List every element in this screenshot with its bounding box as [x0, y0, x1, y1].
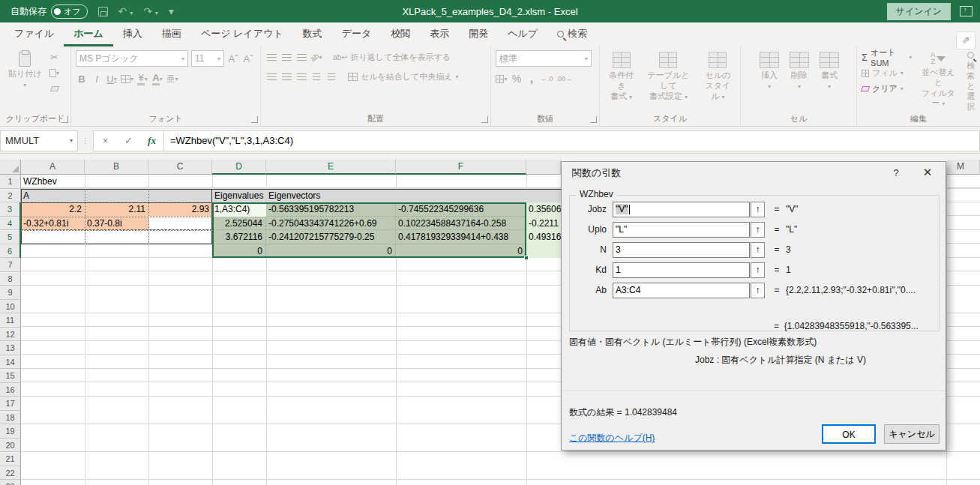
font-size-combo[interactable]: 11▾ — [191, 50, 224, 67]
cell-G4[interactable]: -0.2211 — [526, 217, 561, 231]
cell-D4[interactable]: 2.525044 — [212, 217, 266, 231]
align-left-button[interactable] — [265, 70, 277, 84]
column-header-e[interactable]: E — [266, 160, 396, 175]
clipboard-dialog-launcher-icon[interactable] — [61, 116, 68, 123]
cell-D3-editing[interactable]: 1,A3:C4) — [212, 202, 266, 217]
select-all-corner[interactable] — [0, 160, 21, 175]
row-header-9[interactable]: 9 — [0, 286, 21, 300]
cell-D2[interactable]: Eigenvalues — [212, 189, 266, 203]
cell-B4[interactable]: 0.37-0.8i — [85, 217, 148, 231]
font-dialog-launcher-icon[interactable] — [251, 116, 258, 123]
undo-dropdown-icon[interactable]: ▾ — [130, 10, 133, 16]
number-format-combo[interactable]: 標準▾ — [496, 50, 592, 67]
column-header-g[interactable] — [526, 160, 561, 175]
orientation-button[interactable]: ab▾ — [310, 51, 322, 64]
cancel-entry-button[interactable]: × — [94, 135, 117, 146]
cell-D6[interactable]: 0 — [212, 244, 266, 259]
underline-button[interactable]: U▾ — [106, 72, 118, 85]
cell-A3[interactable]: 2.2 — [21, 202, 85, 217]
row-header-22[interactable]: 22 — [0, 466, 21, 481]
row-header-23[interactable]: 23 — [0, 480, 21, 485]
tab-file[interactable]: ファイル — [4, 22, 64, 46]
insert-function-button[interactable]: fx — [140, 135, 163, 147]
find-select-button[interactable]: 検索と選択 — [964, 50, 977, 114]
tab-help[interactable]: ヘルプ — [498, 22, 547, 46]
tab-review[interactable]: 校閲 — [381, 22, 420, 46]
ruby-button[interactable]: 亜▾ — [166, 72, 178, 85]
row-header-8[interactable]: 8 — [0, 272, 21, 286]
align-middle-button[interactable] — [280, 51, 292, 64]
autosave-toggle[interactable]: 自動保存 オフ — [10, 4, 88, 19]
cell-B3[interactable]: 2.11 — [85, 202, 148, 217]
row-header-13[interactable]: 13 — [0, 341, 21, 355]
tab-view[interactable]: 表示 — [420, 22, 459, 46]
wrap-text-button[interactable]: ab↩ 折り返して全体を表示する — [333, 50, 451, 64]
cell-A4[interactable]: -0.32+0.81i — [21, 217, 85, 231]
percent-style-button[interactable]: % — [511, 72, 523, 85]
italic-button[interactable]: I — [91, 72, 103, 85]
decrease-font-button[interactable]: Aˇ — [242, 52, 254, 65]
row-header-21[interactable]: 21 — [0, 452, 21, 466]
row-header-20[interactable]: 20 — [0, 439, 21, 453]
undo-button[interactable]: ↶ ▾ — [118, 6, 133, 16]
cell-E6[interactable]: 0 — [266, 244, 396, 259]
format-painter-button[interactable] — [49, 82, 61, 95]
row-header-11[interactable]: 11 — [0, 313, 21, 328]
param-input-ab[interactable]: A3:C4 — [613, 283, 750, 298]
alignment-dialog-launcher-icon[interactable] — [481, 116, 488, 123]
tab-draw[interactable]: 描画 — [152, 22, 191, 46]
name-box-dropdown-icon[interactable]: ▾ — [70, 137, 73, 144]
column-header-b[interactable]: B — [85, 160, 148, 175]
cut-button[interactable]: ✂ — [49, 50, 61, 64]
range-picker-n-icon[interactable]: ↑ — [751, 242, 765, 258]
font-color-button[interactable]: A▾ — [151, 72, 163, 85]
decrease-decimal-button[interactable]: .00→ — [556, 72, 573, 85]
redo-button[interactable]: ↷ ▾ — [143, 6, 158, 16]
cell-styles-button[interactable]: セルのスタイル ▾ — [699, 50, 737, 103]
row-header-17[interactable]: 17 — [0, 397, 21, 411]
range-picker-jobz-icon[interactable]: ↑ — [751, 202, 765, 217]
tab-home[interactable]: ホーム — [64, 22, 113, 46]
range-picker-ab-icon[interactable]: ↑ — [751, 283, 765, 298]
cell-E2[interactable]: Eigenvectors — [266, 189, 396, 203]
cell-F4[interactable]: 0.102234588437164-0.258 — [396, 217, 526, 231]
cell-A2[interactable]: A — [21, 189, 212, 203]
redo-dropdown-icon[interactable]: ▾ — [155, 10, 158, 16]
cell-F2[interactable] — [396, 189, 526, 203]
tab-data[interactable]: データ — [332, 22, 382, 46]
param-input-n[interactable]: 3 — [613, 242, 750, 258]
cell-G3[interactable]: 0.35606 — [526, 202, 561, 217]
row-header-19[interactable]: 19 — [0, 424, 21, 439]
comma-style-button[interactable]: , — [526, 72, 538, 85]
ribbon-display-options-icon[interactable] — [960, 6, 973, 16]
delete-cells-button[interactable]: 削除▾ — [786, 50, 813, 92]
confirm-entry-button[interactable]: ✓ — [117, 135, 140, 146]
row-header-15[interactable]: 15 — [0, 369, 21, 383]
align-top-button[interactable] — [265, 51, 277, 64]
formula-input[interactable]: =WZhbev("V","L",3,1,A3:C4) — [164, 130, 980, 151]
dialog-help-button[interactable]: ? — [888, 167, 904, 178]
format-as-table-button[interactable]: テーブルとして書式設定 ▾ — [641, 50, 695, 103]
format-cells-button[interactable]: 書式▾ — [816, 50, 843, 92]
row-header-1[interactable]: 1 — [0, 175, 21, 189]
dialog-close-button[interactable]: ✕ — [917, 166, 938, 179]
range-picker-kd-icon[interactable]: ↑ — [751, 262, 765, 278]
merge-center-button[interactable]: セルを結合して中央揃え▾ — [348, 70, 459, 84]
tab-formulas[interactable]: 数式 — [293, 22, 332, 46]
cell-D5[interactable]: 3.672116 — [212, 230, 266, 244]
align-bottom-button[interactable] — [295, 51, 307, 64]
fill-color-button[interactable]: ¥▾ — [136, 72, 148, 85]
insert-cells-button[interactable]: 挿入▾ — [756, 50, 783, 92]
conditional-formatting-button[interactable]: 条件付き書式 ▾ — [604, 50, 638, 103]
ok-button[interactable]: OK — [822, 424, 876, 444]
customize-qat-icon[interactable]: ▾ — [169, 6, 174, 16]
bold-button[interactable]: B — [76, 72, 88, 85]
range-picker-uplo-icon[interactable]: ↑ — [751, 222, 765, 238]
column-header-a[interactable]: A — [21, 160, 85, 175]
fill-button[interactable]: フィル▾ — [862, 66, 912, 80]
increase-indent-button[interactable] — [325, 70, 337, 84]
cell-E4[interactable]: -0.275043343741226+0.69 — [266, 217, 396, 231]
cell-C3[interactable]: 2.93 — [148, 202, 212, 217]
increase-font-button[interactable]: Aˆ — [227, 52, 239, 65]
increase-decimal-button[interactable]: ←.0 — [541, 72, 553, 85]
